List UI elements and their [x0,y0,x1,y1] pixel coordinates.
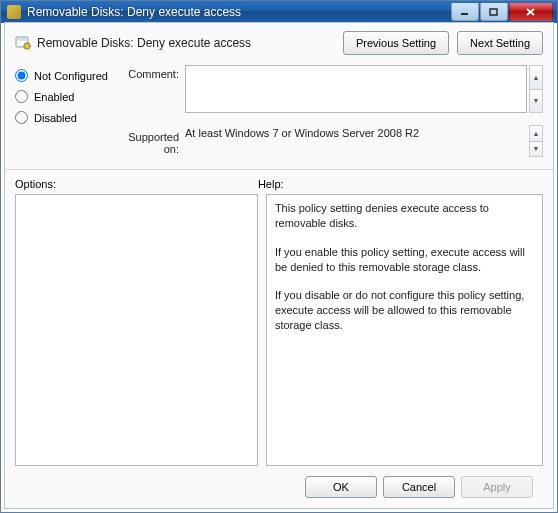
apply-button[interactable]: Apply [461,476,533,498]
radio-not-configured-label: Not Configured [34,70,108,82]
comment-textarea[interactable] [185,65,527,113]
radio-disabled-input[interactable] [15,111,28,124]
window-titlebar: Removable Disks: Deny execute access [1,1,557,23]
radio-enabled[interactable]: Enabled [15,90,115,103]
panels: Options: Help: This policy setting denie… [5,170,553,508]
comment-label: Comment: [115,65,185,115]
supported-spin-down[interactable]: ▼ [529,141,543,158]
config-area: Not Configured Enabled Disabled Comment: [5,59,553,170]
comment-spin-up[interactable]: ▲ [529,65,543,89]
radio-enabled-input[interactable] [15,90,28,103]
radio-not-configured[interactable]: Not Configured [15,69,115,82]
svg-rect-1 [490,9,497,15]
previous-setting-button[interactable]: Previous Setting [343,31,449,55]
comment-spin-down[interactable]: ▼ [529,89,543,114]
supported-on-value: At least Windows 7 or Windows Server 200… [185,125,527,157]
help-paragraph: If you enable this policy setting, execu… [275,245,534,275]
policy-icon [15,35,31,51]
policy-title: Removable Disks: Deny execute access [37,36,335,50]
help-paragraph: If you disable or do not configure this … [275,288,534,333]
comment-spinner: ▲ ▼ [529,65,543,113]
supported-on-label: Supported on: [115,125,185,157]
window-controls [450,3,553,21]
help-panel: This policy setting denies execute acces… [266,194,543,466]
header-row: Removable Disks: Deny execute access Pre… [5,23,553,59]
radio-disabled-label: Disabled [34,112,77,124]
dialog-button-row: OK Cancel Apply [15,466,543,508]
next-setting-button[interactable]: Next Setting [457,31,543,55]
ok-button[interactable]: OK [305,476,377,498]
window-title: Removable Disks: Deny execute access [27,5,450,19]
radio-disabled[interactable]: Disabled [15,111,115,124]
supported-spin-up[interactable]: ▲ [529,125,543,141]
client-area: Removable Disks: Deny execute access Pre… [4,22,554,509]
state-radio-group: Not Configured Enabled Disabled [15,65,115,169]
maximize-button[interactable] [480,3,508,21]
help-label: Help: [258,178,543,190]
close-button[interactable] [509,3,553,21]
radio-not-configured-input[interactable] [15,69,28,82]
window-system-icon [7,5,21,19]
help-paragraph: This policy setting denies execute acces… [275,201,534,231]
svg-rect-5 [17,38,27,41]
radio-enabled-label: Enabled [34,91,74,103]
options-panel [15,194,258,466]
options-label: Options: [15,178,258,190]
cancel-button[interactable]: Cancel [383,476,455,498]
supported-spinner: ▲ ▼ [529,125,543,157]
svg-point-6 [24,43,30,49]
minimize-button[interactable] [451,3,479,21]
